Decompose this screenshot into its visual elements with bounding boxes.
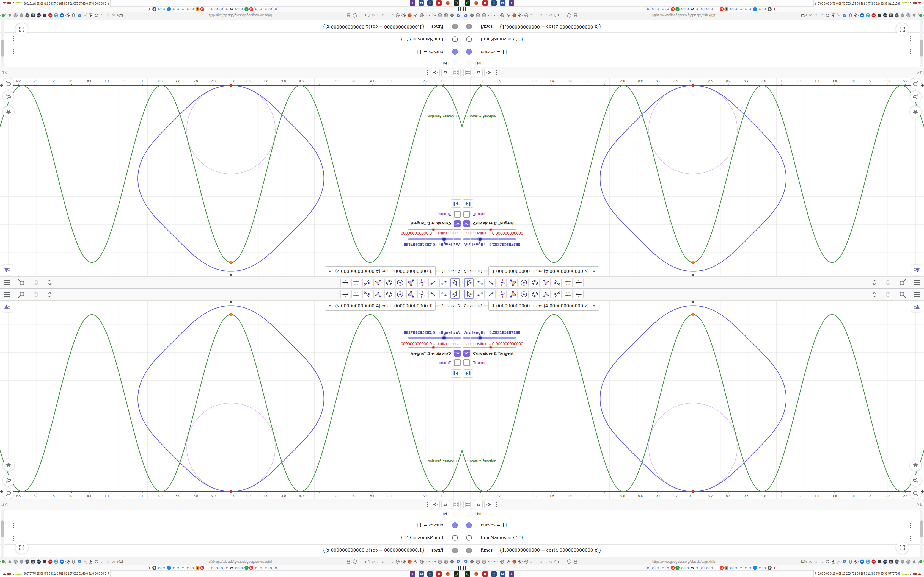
tool-line-button[interactable] — [428, 290, 438, 299]
tab-favicon-yandex[interactable]: Я — [249, 566, 253, 570]
wrench-icon[interactable] — [414, 13, 418, 18]
zoom-level-badge[interactable]: 81% — [117, 13, 124, 17]
search-icon[interactable] — [18, 279, 25, 286]
tool-angle-button[interactable]: α — [373, 278, 383, 287]
tab-favicon-google[interactable]: G — [274, 566, 278, 571]
zoom-out-button[interactable] — [3, 78, 14, 89]
plus-circle-blue-icon[interactable] — [859, 13, 864, 18]
download-icon[interactable] — [88, 559, 94, 564]
algebra-row-funcs[interactable]: funcs = {1.000000000000 + cos(4.00000000… — [462, 544, 924, 557]
tool-move-graphics-view-button[interactable] — [574, 290, 583, 299]
oval-zero-icon[interactable] — [71, 13, 76, 18]
algebra-row-funcNames[interactable]: funcNames = {" "} — [0, 33, 462, 45]
tab-favicon-flake-purple[interactable]: ✻ — [695, 566, 699, 570]
tab-favicon-google[interactable]: G — [705, 566, 710, 571]
tab-favicon-flake-purple[interactable]: ✻ — [171, 566, 176, 570]
redo-icon[interactable] — [32, 279, 40, 286]
taskbar-app-floppy-64[interactable]: 64 — [418, 571, 424, 577]
visibility-toggle[interactable] — [466, 548, 472, 553]
globe-icon[interactable] — [419, 559, 425, 564]
tab-favicon-google[interactable]: G — [700, 6, 704, 11]
address-bar-url[interactable]: https://www.geogebra.org/classic/aagcxh3… — [208, 13, 281, 17]
gear-icon[interactable] — [65, 559, 70, 564]
visibility-toggle[interactable] — [466, 522, 472, 528]
tool-polygon-button[interactable] — [407, 278, 416, 287]
function-select[interactable]: 1.000000000000 + cos(4.000000000000 x) ▼ — [488, 266, 599, 276]
collapse-list-button[interactable]: − — [467, 60, 472, 65]
red-circle-icon[interactable]: TCF — [48, 13, 53, 18]
shield-icon[interactable] — [567, 13, 572, 18]
address-bar-url[interactable]: https://www.geogebra.org/classic/aagcxh3… — [643, 13, 716, 17]
tab-favicon-flake-purple[interactable]: ✻ — [186, 7, 190, 11]
back-arrow-icon[interactable]: ← — [560, 559, 565, 564]
tab-favicon-yandex[interactable]: Я — [200, 7, 204, 11]
zoom-level-badge[interactable]: 81% — [800, 560, 807, 564]
visibility-toggle[interactable] — [466, 535, 472, 541]
tab-favicon-flake-purple[interactable]: ✻ — [734, 566, 738, 570]
fx-style-button[interactable]: fx — [441, 500, 450, 509]
tool-point-button[interactable]: A — [439, 278, 449, 287]
tab-favicon-wikipedia[interactable]: W — [229, 566, 233, 570]
more-options-icon[interactable] — [495, 68, 499, 77]
zoom-out-button[interactable] — [3, 488, 14, 499]
tab-favicon-google[interactable]: G — [254, 566, 258, 571]
tab-favicon-google[interactable]: G — [666, 566, 670, 571]
shield-uo-icon[interactable]: UO — [25, 13, 30, 18]
tool-circle-with-center-button[interactable] — [519, 278, 528, 287]
back-arrow-icon[interactable]: ← — [560, 13, 565, 18]
tab-favicon-google[interactable]: G — [234, 566, 239, 571]
graphics-settings-button[interactable] — [911, 265, 922, 275]
oval-zero-icon[interactable] — [848, 13, 853, 18]
globe-icon[interactable] — [481, 13, 486, 18]
tab-favicon-gear-dark[interactable]: ✻ — [767, 7, 772, 11]
tab-favicon-yandex[interactable]: Я — [200, 566, 204, 570]
zoom-in-button[interactable] — [3, 91, 14, 102]
tool-slider-button[interactable]: a = 2 — [563, 290, 573, 299]
reader-icon[interactable]: A — [808, 13, 813, 18]
sync-circle-blue-icon[interactable] — [53, 559, 59, 564]
settings-gear-button[interactable] — [431, 68, 440, 77]
graphics-view[interactable]: -2.4-2.2-2-1.8-1.6-1.4-1.2-1-0.8-0.6-0.4… — [0, 77, 462, 288]
tool-point-button[interactable]: A — [439, 290, 449, 299]
tool-point-button[interactable]: A — [475, 290, 485, 299]
tab-favicon-google[interactable]: G — [700, 566, 704, 571]
tab-favicon-gear-dark[interactable]: ✻ — [152, 7, 157, 11]
tab-favicon-flake-purple[interactable]: ✻ — [744, 7, 748, 11]
undo-icon[interactable] — [46, 291, 54, 298]
taskbar-app-firefox[interactable] — [473, 0, 479, 6]
row-kebab-icon[interactable] — [11, 534, 15, 543]
reader-icon[interactable]: A — [808, 559, 813, 564]
taskbar-app-firefox[interactable] — [473, 571, 479, 577]
shield-uo-icon[interactable]: UO — [25, 559, 30, 564]
tab-favicon-google[interactable]: G — [214, 6, 219, 11]
sync-circle-blue-icon[interactable] — [865, 13, 871, 18]
shield-uo-icon[interactable]: UO — [894, 13, 899, 18]
algebra-row-funcNames[interactable]: funcNames = {" "} — [462, 532, 924, 544]
tab-favicon-info[interactable]: i — [205, 566, 209, 570]
taskbar-app-floppy-64[interactable]: 64 — [500, 571, 506, 577]
globe-icon[interactable] — [475, 559, 480, 564]
tool-slider-button[interactable]: a = 2 — [563, 278, 573, 287]
taskbar-app-terminal[interactable]: >_ — [465, 571, 470, 577]
tab-favicon-flake-purple[interactable]: ✻ — [748, 566, 753, 570]
taskbar-app-display[interactable]: ▢ — [427, 571, 433, 577]
tab-favicon-dot-blue[interactable] — [753, 566, 757, 570]
taskbar-app-settings-red[interactable]: ✱ — [436, 571, 442, 577]
graphics-settings-button[interactable] — [2, 265, 13, 275]
tab-favicon-f-red[interactable]: f — [772, 7, 776, 11]
tab-favicon-info[interactable]: i — [205, 7, 209, 11]
red-circle-icon[interactable]: TCF — [871, 13, 876, 18]
tab-favicon-flake-purple[interactable]: ✻ — [739, 7, 743, 11]
tab-favicon-info[interactable]: i — [715, 566, 719, 570]
tool-reflect-about-line-button[interactable] — [552, 290, 562, 299]
tab-favicon-flake-purple[interactable]: ✻ — [225, 7, 229, 11]
gear-icon[interactable] — [0, 13, 1, 18]
folder-icon[interactable] — [554, 13, 559, 18]
fx-style-button[interactable]: fx — [474, 500, 483, 509]
reader-icon[interactable]: A — [111, 559, 116, 564]
gear-icon[interactable] — [923, 559, 924, 564]
tab-favicon-google[interactable]: G — [157, 566, 162, 571]
tab-favicon-flake-grey[interactable]: ✻ — [210, 7, 214, 11]
taskbar-app-display[interactable]: ▢ — [491, 571, 497, 577]
globe-icon[interactable] — [499, 13, 505, 18]
